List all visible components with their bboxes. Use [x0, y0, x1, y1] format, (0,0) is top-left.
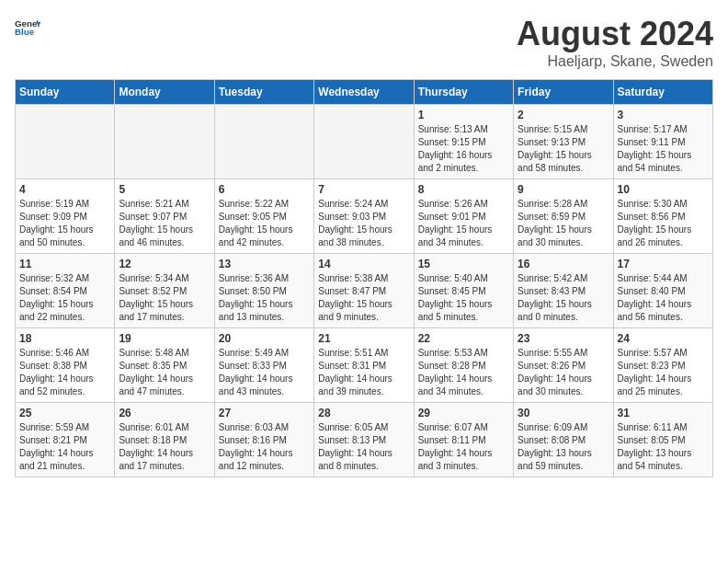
cell-w5-d5: 29Sunrise: 6:07 AMSunset: 8:11 PMDayligh…: [414, 403, 513, 477]
cell-w4-d2: 19Sunrise: 5:48 AMSunset: 8:35 PMDayligh…: [115, 328, 214, 403]
cell-w1-d3: [214, 105, 313, 179]
day-number: 18: [19, 332, 110, 345]
day-number: 17: [618, 258, 709, 270]
day-number: 3: [618, 109, 709, 121]
day-number: 9: [518, 183, 609, 196]
svg-text:Blue: Blue: [15, 27, 35, 37]
day-info: Sunrise: 5:17 AMSunset: 9:11 PMDaylight:…: [618, 123, 709, 175]
cell-w3-d7: 17Sunrise: 5:44 AMSunset: 8:40 PMDayligh…: [613, 254, 712, 328]
calendar-body: 1Sunrise: 5:13 AMSunset: 9:15 PMDaylight…: [16, 105, 713, 477]
cell-w5-d6: 30Sunrise: 6:09 AMSunset: 8:08 PMDayligh…: [514, 403, 613, 477]
day-info: Sunrise: 6:07 AMSunset: 8:11 PMDaylight:…: [418, 421, 509, 473]
day-info: Sunrise: 6:01 AMSunset: 8:18 PMDaylight:…: [119, 421, 210, 473]
title-section: August 2024 Haeljarp, Skane, Sweden: [517, 15, 713, 70]
header-row: Sunday Monday Tuesday Wednesday Thursday…: [16, 80, 713, 105]
day-number: 7: [318, 183, 409, 196]
day-number: 23: [518, 332, 609, 345]
day-info: Sunrise: 6:03 AMSunset: 8:16 PMDaylight:…: [219, 421, 310, 473]
day-number: 19: [119, 332, 210, 345]
cell-w4-d1: 18Sunrise: 5:46 AMSunset: 8:38 PMDayligh…: [16, 328, 115, 403]
day-number: 31: [618, 407, 709, 419]
day-number: 4: [19, 183, 110, 196]
day-number: 2: [518, 109, 609, 121]
day-number: 11: [19, 258, 110, 270]
col-saturday: Saturday: [613, 80, 712, 105]
cell-w1-d2: [115, 105, 214, 179]
day-info: Sunrise: 5:26 AMSunset: 9:01 PMDaylight:…: [418, 198, 509, 249]
cell-w4-d3: 20Sunrise: 5:49 AMSunset: 8:33 PMDayligh…: [214, 328, 313, 403]
day-number: 5: [119, 183, 210, 196]
day-info: Sunrise: 5:38 AMSunset: 8:47 PMDaylight:…: [318, 272, 409, 324]
day-info: Sunrise: 5:53 AMSunset: 8:28 PMDaylight:…: [418, 347, 509, 398]
cell-w5-d7: 31Sunrise: 6:11 AMSunset: 8:05 PMDayligh…: [613, 403, 712, 477]
day-number: 1: [418, 109, 509, 121]
page-header: General Blue August 2024 Haeljarp, Skane…: [15, 15, 713, 70]
cell-w3-d5: 15Sunrise: 5:40 AMSunset: 8:45 PMDayligh…: [414, 254, 513, 328]
cell-w2-d6: 9Sunrise: 5:28 AMSunset: 8:59 PMDaylight…: [514, 179, 613, 254]
day-number: 10: [618, 183, 709, 196]
week-row-2: 4Sunrise: 5:19 AMSunset: 9:09 PMDaylight…: [16, 179, 713, 254]
cell-w5-d3: 27Sunrise: 6:03 AMSunset: 8:16 PMDayligh…: [214, 403, 313, 477]
cell-w4-d7: 24Sunrise: 5:57 AMSunset: 8:23 PMDayligh…: [613, 328, 712, 403]
day-info: Sunrise: 6:11 AMSunset: 8:05 PMDaylight:…: [618, 421, 709, 473]
cell-w2-d7: 10Sunrise: 5:30 AMSunset: 8:56 PMDayligh…: [613, 179, 712, 254]
day-info: Sunrise: 5:30 AMSunset: 8:56 PMDaylight:…: [618, 198, 709, 249]
week-row-4: 18Sunrise: 5:46 AMSunset: 8:38 PMDayligh…: [16, 328, 713, 403]
day-number: 13: [219, 258, 310, 270]
day-info: Sunrise: 5:51 AMSunset: 8:31 PMDaylight:…: [318, 347, 409, 398]
cell-w1-d6: 2Sunrise: 5:15 AMSunset: 9:13 PMDaylight…: [514, 105, 613, 179]
calendar-header: Sunday Monday Tuesday Wednesday Thursday…: [16, 80, 713, 105]
day-number: 20: [219, 332, 310, 345]
week-row-3: 11Sunrise: 5:32 AMSunset: 8:54 PMDayligh…: [16, 254, 713, 328]
cell-w5-d2: 26Sunrise: 6:01 AMSunset: 8:18 PMDayligh…: [115, 403, 214, 477]
day-number: 14: [318, 258, 409, 270]
cell-w1-d1: [16, 105, 115, 179]
day-number: 22: [418, 332, 509, 345]
cell-w4-d5: 22Sunrise: 5:53 AMSunset: 8:28 PMDayligh…: [414, 328, 513, 403]
week-row-5: 25Sunrise: 5:59 AMSunset: 8:21 PMDayligh…: [16, 403, 713, 477]
cell-w3-d1: 11Sunrise: 5:32 AMSunset: 8:54 PMDayligh…: [16, 254, 115, 328]
cell-w3-d4: 14Sunrise: 5:38 AMSunset: 8:47 PMDayligh…: [314, 254, 414, 328]
cell-w1-d4: [314, 105, 414, 179]
day-info: Sunrise: 5:59 AMSunset: 8:21 PMDaylight:…: [19, 421, 110, 473]
cell-w2-d3: 6Sunrise: 5:22 AMSunset: 9:05 PMDaylight…: [214, 179, 313, 254]
col-sunday: Sunday: [16, 80, 115, 105]
day-info: Sunrise: 5:57 AMSunset: 8:23 PMDaylight:…: [618, 347, 709, 398]
day-number: 25: [19, 407, 110, 419]
day-number: 27: [219, 407, 310, 419]
day-info: Sunrise: 5:46 AMSunset: 8:38 PMDaylight:…: [19, 347, 110, 398]
cell-w2-d2: 5Sunrise: 5:21 AMSunset: 9:07 PMDaylight…: [115, 179, 214, 254]
cell-w1-d5: 1Sunrise: 5:13 AMSunset: 9:15 PMDaylight…: [414, 105, 513, 179]
day-number: 15: [418, 258, 509, 270]
cell-w2-d4: 7Sunrise: 5:24 AMSunset: 9:03 PMDaylight…: [314, 179, 414, 254]
cell-w5-d1: 25Sunrise: 5:59 AMSunset: 8:21 PMDayligh…: [16, 403, 115, 477]
day-info: Sunrise: 6:05 AMSunset: 8:13 PMDaylight:…: [318, 421, 409, 473]
cell-w5-d4: 28Sunrise: 6:05 AMSunset: 8:13 PMDayligh…: [314, 403, 414, 477]
day-number: 12: [119, 258, 210, 270]
cell-w3-d6: 16Sunrise: 5:42 AMSunset: 8:43 PMDayligh…: [514, 254, 613, 328]
day-info: Sunrise: 5:48 AMSunset: 8:35 PMDaylight:…: [119, 347, 210, 398]
day-info: Sunrise: 5:24 AMSunset: 9:03 PMDaylight:…: [318, 198, 409, 249]
day-number: 28: [318, 407, 409, 419]
day-info: Sunrise: 5:42 AMSunset: 8:43 PMDaylight:…: [518, 272, 609, 324]
logo-icon: General Blue: [15, 15, 40, 40]
cell-w3-d3: 13Sunrise: 5:36 AMSunset: 8:50 PMDayligh…: [214, 254, 313, 328]
day-info: Sunrise: 5:19 AMSunset: 9:09 PMDaylight:…: [19, 198, 110, 249]
day-info: Sunrise: 5:21 AMSunset: 9:07 PMDaylight:…: [119, 198, 210, 249]
day-info: Sunrise: 5:44 AMSunset: 8:40 PMDaylight:…: [618, 272, 709, 324]
day-info: Sunrise: 5:40 AMSunset: 8:45 PMDaylight:…: [418, 272, 509, 324]
col-wednesday: Wednesday: [314, 80, 414, 105]
cell-w2-d1: 4Sunrise: 5:19 AMSunset: 9:09 PMDaylight…: [16, 179, 115, 254]
day-info: Sunrise: 5:34 AMSunset: 8:52 PMDaylight:…: [119, 272, 210, 324]
week-row-1: 1Sunrise: 5:13 AMSunset: 9:15 PMDaylight…: [16, 105, 713, 179]
col-friday: Friday: [514, 80, 613, 105]
day-info: Sunrise: 5:32 AMSunset: 8:54 PMDaylight:…: [19, 272, 110, 324]
day-number: 30: [518, 407, 609, 419]
day-number: 16: [518, 258, 609, 270]
cell-w2-d5: 8Sunrise: 5:26 AMSunset: 9:01 PMDaylight…: [414, 179, 513, 254]
day-info: Sunrise: 5:36 AMSunset: 8:50 PMDaylight:…: [219, 272, 310, 324]
col-tuesday: Tuesday: [214, 80, 313, 105]
day-info: Sunrise: 5:55 AMSunset: 8:26 PMDaylight:…: [518, 347, 609, 398]
day-number: 21: [318, 332, 409, 345]
day-info: Sunrise: 5:49 AMSunset: 8:33 PMDaylight:…: [219, 347, 310, 398]
